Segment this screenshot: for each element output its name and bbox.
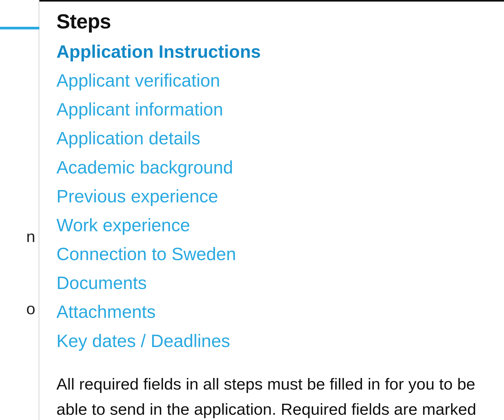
step-link-work-experience[interactable]: Work experience bbox=[56, 211, 190, 239]
left-accent-bar bbox=[0, 27, 39, 29]
step-link-applicant-verification[interactable]: Applicant verification bbox=[56, 66, 220, 95]
step-link-academic-background[interactable]: Academic background bbox=[56, 153, 233, 182]
step-link-documents[interactable]: Documents bbox=[56, 268, 147, 297]
truncated-text-fragment: n bbox=[26, 228, 35, 245]
truncated-text-fragment: o bbox=[26, 301, 35, 317]
step-link-previous-experience[interactable]: Previous experience bbox=[56, 182, 218, 211]
left-panel-strip: n o bbox=[0, 0, 39, 420]
step-link-application-details[interactable]: Application details bbox=[56, 124, 200, 153]
step-link-attachments[interactable]: Attachments bbox=[56, 297, 156, 326]
step-link-application-instructions[interactable]: Application Instructions bbox=[56, 37, 261, 66]
content-top-divider bbox=[39, 0, 504, 2]
step-link-applicant-information[interactable]: Applicant information bbox=[56, 95, 223, 124]
steps-heading: Steps bbox=[56, 9, 497, 33]
steps-info-text: All required fields in all steps must be… bbox=[56, 371, 497, 420]
step-link-key-dates[interactable]: Key dates / Deadlines bbox=[56, 326, 230, 355]
steps-panel: Steps Application Instructions Applicant… bbox=[56, 9, 497, 420]
viewport: n o Steps Application Instructions Appli… bbox=[0, 0, 504, 420]
step-link-connection-to-sweden[interactable]: Connection to Sweden bbox=[56, 239, 236, 268]
